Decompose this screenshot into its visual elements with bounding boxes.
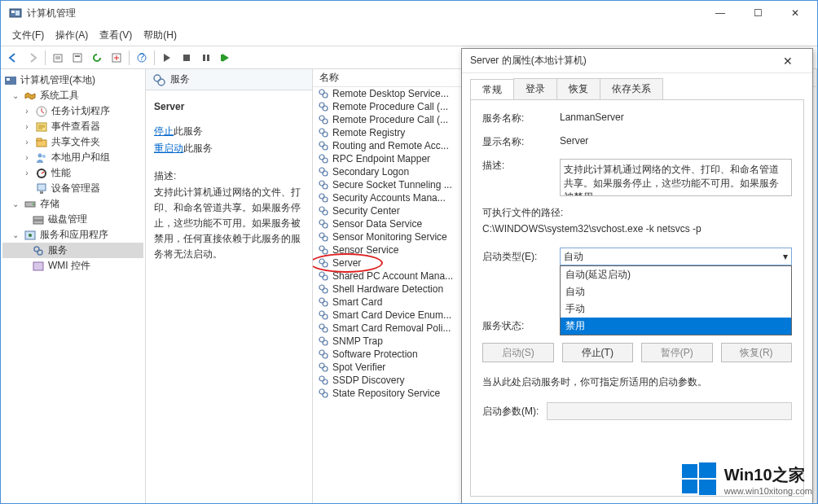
menu-help[interactable]: 帮助(H) <box>139 27 182 44</box>
tree-services-apps[interactable]: ⌄服务和应用程序 <box>2 227 143 243</box>
restart-button-tb[interactable] <box>217 49 235 67</box>
svg-rect-12 <box>221 55 222 61</box>
svg-rect-5 <box>75 55 80 57</box>
svg-point-53 <box>323 197 328 202</box>
label-status: 服务状态: <box>482 319 560 333</box>
watermark: Win10之家 www.win10xitong.com <box>680 461 812 498</box>
svg-rect-33 <box>33 262 43 270</box>
svg-point-32 <box>37 250 42 255</box>
svg-rect-4 <box>73 54 81 62</box>
service-detail-pane: 服务 Server 停止此服务 重启动此服务 描述: 支持此计算机通过网络的文件… <box>146 69 313 504</box>
svg-text:?: ? <box>139 52 145 63</box>
svg-point-59 <box>323 236 328 241</box>
close-button[interactable]: ✕ <box>776 1 814 25</box>
svg-rect-87 <box>699 480 716 495</box>
tree-systools[interactable]: ⌄系统工具 <box>2 88 143 103</box>
refresh-button[interactable] <box>88 49 106 67</box>
restart-link[interactable]: 重启动 <box>154 142 183 154</box>
stop-button-tb[interactable] <box>178 49 196 67</box>
svg-rect-2 <box>15 11 20 15</box>
svg-point-63 <box>323 262 328 267</box>
button-start[interactable]: 启动(S) <box>482 343 554 362</box>
menu-action[interactable]: 操作(A) <box>51 27 93 44</box>
gear-icon <box>152 73 165 86</box>
svg-rect-28 <box>33 221 43 224</box>
svg-rect-84 <box>682 464 697 478</box>
maximize-button[interactable]: ☐ <box>739 1 776 25</box>
tree-performance[interactable]: ›性能 <box>2 165 143 181</box>
svg-rect-27 <box>33 217 43 220</box>
tree-wmi[interactable]: WMI 控件 <box>2 258 143 274</box>
nav-tree[interactable]: 计算机管理(本地) ⌄系统工具 ›任务计划程序 ›事件查看器 ›共享文件夹 ›本… <box>1 69 146 504</box>
startup-type-select[interactable]: 自动 ▾ <box>560 248 792 265</box>
svg-rect-23 <box>37 184 46 191</box>
menu-file[interactable]: 文件(F) <box>7 27 49 44</box>
dialog-tabs: 常规 登录 恢复 依存关系 <box>462 73 812 99</box>
pause-button-tb[interactable] <box>197 49 215 67</box>
back-button[interactable] <box>4 49 22 67</box>
tree-disk-mgmt[interactable]: 磁盘管理 <box>2 212 143 227</box>
tree-services[interactable]: 服务 <box>2 243 143 258</box>
title-bar: 计算机管理 — ☐ ✕ <box>1 1 817 25</box>
tree-storage[interactable]: ⌄存储 <box>2 196 143 212</box>
dialog-close-button[interactable]: ✕ <box>772 49 804 73</box>
svg-point-51 <box>323 184 328 189</box>
svg-point-30 <box>29 234 32 237</box>
tab-general[interactable]: 常规 <box>470 79 514 100</box>
help-button[interactable]: ? <box>133 49 151 67</box>
svg-point-69 <box>323 301 328 306</box>
button-stop[interactable]: 停止(T) <box>562 343 634 362</box>
svg-point-20 <box>42 155 46 158</box>
button-pause[interactable]: 暂停(P) <box>641 343 713 362</box>
properties-button[interactable] <box>68 49 86 67</box>
svg-point-65 <box>323 275 328 280</box>
label-display-name: 显示名称: <box>482 135 560 149</box>
desc-label: 描述: <box>154 168 304 184</box>
tree-local-users[interactable]: ›本地用户和组 <box>2 150 143 165</box>
value-service-name: LanmanServer <box>560 112 792 123</box>
option-auto[interactable]: 自动 <box>561 283 791 300</box>
menu-bar: 文件(F) 操作(A) 查看(V) 帮助(H) <box>1 25 817 46</box>
svg-point-73 <box>323 327 328 332</box>
label-description: 描述: <box>482 159 560 173</box>
tree-root[interactable]: 计算机管理(本地) <box>2 72 143 88</box>
start-params-input <box>547 402 792 420</box>
tree-device-manager[interactable]: ›设备管理器 <box>2 181 143 196</box>
label-startup-type: 启动类型(E): <box>482 250 560 264</box>
svg-point-47 <box>323 158 328 163</box>
svg-point-26 <box>33 204 34 205</box>
play-button[interactable] <box>158 49 176 67</box>
export-button[interactable] <box>108 49 125 67</box>
window-title: 计算机管理 <box>27 7 76 20</box>
svg-point-45 <box>323 145 328 150</box>
startup-type-dropdown[interactable]: 自动(延迟启动) 自动 手动 禁用 <box>560 265 792 335</box>
tab-logon[interactable]: 登录 <box>513 78 557 99</box>
tree-shared-folders[interactable]: ›共享文件夹 <box>2 134 143 150</box>
stop-link[interactable]: 停止 <box>154 125 174 137</box>
svg-point-55 <box>323 210 328 215</box>
tree-event-viewer[interactable]: ›事件查看器 <box>2 119 143 134</box>
svg-rect-24 <box>40 191 43 194</box>
tree-task-scheduler[interactable]: ›任务计划程序 <box>2 103 143 119</box>
startup-hint: 当从此处启动服务时，你可指定所适用的启动参数。 <box>482 375 792 389</box>
svg-point-37 <box>323 93 328 98</box>
windows-logo-icon <box>680 461 718 498</box>
tab-dependencies[interactable]: 依存关系 <box>600 78 663 99</box>
up-button[interactable] <box>49 49 67 67</box>
option-auto-delayed[interactable]: 自动(延迟启动) <box>561 266 791 283</box>
svg-rect-85 <box>699 462 716 478</box>
menu-view[interactable]: 查看(V) <box>95 27 137 44</box>
selected-service-name: Server <box>154 99 304 115</box>
option-disabled[interactable]: 禁用 <box>561 318 791 335</box>
svg-point-41 <box>323 119 328 124</box>
tab-recovery[interactable]: 恢复 <box>556 78 600 99</box>
svg-point-57 <box>323 223 328 228</box>
button-resume[interactable]: 恢复(R) <box>721 343 793 362</box>
forward-button[interactable] <box>24 49 42 67</box>
option-manual[interactable]: 手动 <box>561 300 791 318</box>
svg-point-77 <box>323 353 328 358</box>
minimize-button[interactable]: — <box>701 1 739 25</box>
svg-point-67 <box>323 288 328 293</box>
svg-point-35 <box>158 79 165 85</box>
description-box[interactable]: 支持此计算机通过网络的文件、打印、和命名管道共享。如果服务停止，这些功能不可用。… <box>560 159 792 196</box>
